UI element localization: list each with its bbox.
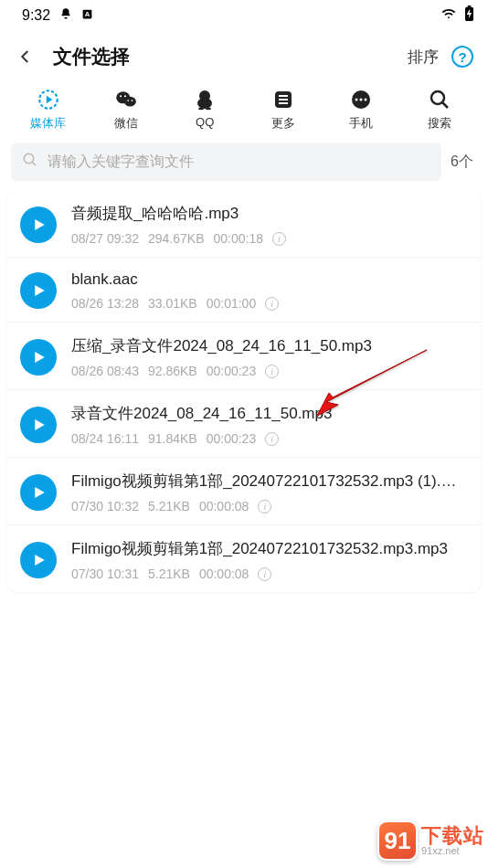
watermark-title: 下载站 — [421, 826, 484, 846]
tab-qq[interactable]: QQ — [173, 88, 237, 132]
status-bar: 9:32 A — [0, 0, 488, 31]
svg-point-6 — [124, 97, 136, 107]
svg-rect-18 — [279, 102, 288, 104]
search-placeholder: 请输入关键字查询文件 — [48, 153, 194, 172]
file-meta: 08/26 13:28 33.01KB 00:01:00 i — [71, 296, 468, 311]
svg-point-20 — [355, 99, 358, 101]
file-meta: 08/26 08:43 92.86KB 00:00:23 i — [71, 364, 468, 378]
more-icon — [271, 88, 295, 111]
notification-app-icon: A — [81, 7, 93, 24]
svg-rect-17 — [279, 99, 288, 101]
play-button[interactable] — [20, 339, 57, 376]
file-row[interactable]: Filmigo视频剪辑第1部_20240722101732532.mp3.mp3… — [7, 525, 481, 592]
info-icon[interactable]: i — [265, 365, 279, 378]
svg-point-14 — [206, 108, 211, 110]
tab-label: 搜索 — [428, 115, 451, 132]
tab-label: QQ — [196, 115, 214, 129]
play-button[interactable] — [20, 542, 57, 578]
file-name: 录音文件2024_08_24_16_11_50.mp3 — [71, 403, 468, 424]
file-name: 音频提取_哈哈哈哈.mp3 — [71, 203, 468, 224]
tab-label: 更多 — [271, 115, 295, 132]
file-name: Filmigo视频剪辑第1部_20240722101732532.mp3 (1)… — [71, 471, 468, 492]
file-meta: 08/24 16:11 91.84KB 00:00:23 i — [71, 431, 468, 446]
tab-label: 媒体库 — [30, 115, 66, 132]
tab-label: 微信 — [114, 115, 138, 132]
tab-label: 手机 — [349, 115, 373, 132]
sort-button[interactable]: 排序 — [408, 47, 439, 68]
search-row: 请输入关键字查询文件 6个 — [0, 135, 488, 190]
play-button[interactable] — [20, 474, 57, 511]
media-library-icon — [37, 88, 60, 111]
source-tabs: 媒体库 微信 QQ 更多 手机 搜索 — [0, 82, 488, 135]
tab-phone[interactable]: 手机 — [329, 88, 393, 132]
search-icon — [428, 88, 451, 111]
file-meta: 07/30 10:31 5.21KB 00:00:08 i — [71, 566, 468, 581]
help-button[interactable]: ? — [451, 46, 473, 68]
file-count: 6个 — [451, 153, 477, 172]
tab-more[interactable]: 更多 — [251, 88, 315, 132]
svg-point-8 — [124, 95, 126, 97]
watermark: 91 下载站 91xz.net — [377, 820, 484, 861]
battery-icon — [463, 5, 475, 26]
file-name: blank.aac — [71, 270, 468, 289]
search-input[interactable]: 请输入关键字查询文件 — [11, 143, 441, 181]
svg-point-21 — [360, 99, 363, 101]
svg-point-23 — [431, 91, 444, 104]
svg-rect-16 — [279, 95, 288, 97]
file-meta: 08/27 09:32 294.67KB 00:00:18 i — [71, 231, 468, 246]
watermark-badge: 91 — [377, 820, 418, 861]
info-icon[interactable]: i — [272, 232, 286, 246]
svg-point-13 — [198, 108, 204, 110]
svg-point-12 — [197, 98, 212, 109]
tab-wechat[interactable]: 微信 — [94, 88, 158, 132]
file-row[interactable]: Filmigo视频剪辑第1部_20240722101732532.mp3 (1)… — [7, 458, 481, 525]
svg-point-7 — [120, 95, 122, 97]
play-button[interactable] — [20, 272, 57, 309]
file-row[interactable]: 录音文件2024_08_24_16_11_50.mp3 08/24 16:11 … — [7, 390, 481, 458]
svg-text:A: A — [85, 10, 90, 18]
file-row[interactable]: blank.aac 08/26 13:28 33.01KB 00:01:00 i — [7, 258, 481, 323]
svg-point-9 — [128, 100, 130, 101]
info-icon[interactable]: i — [265, 297, 279, 311]
tab-media[interactable]: 媒体库 — [16, 88, 80, 132]
file-row[interactable]: 音频提取_哈哈哈哈.mp3 08/27 09:32 294.67KB 00:00… — [7, 190, 481, 258]
svg-point-24 — [24, 153, 34, 164]
info-icon[interactable]: i — [258, 500, 271, 513]
tab-search[interactable]: 搜索 — [408, 88, 472, 132]
phone-icon — [349, 88, 373, 111]
wifi-icon — [440, 6, 458, 25]
wechat-icon — [114, 88, 138, 111]
notification-bell-icon — [59, 7, 72, 24]
file-name: Filmigo视频剪辑第1部_20240722101732532.mp3.mp3 — [71, 538, 468, 559]
page-title: 文件选择 — [53, 44, 130, 69]
play-button[interactable] — [20, 407, 57, 443]
file-row[interactable]: 压缩_录音文件2024_08_24_16_11_50.mp3 08/26 08:… — [7, 323, 481, 390]
app-header: 文件选择 排序 ? — [0, 31, 488, 82]
watermark-url: 91xz.net — [421, 846, 484, 856]
play-button[interactable] — [20, 206, 57, 243]
status-time: 9:32 — [22, 7, 50, 24]
qq-icon — [193, 88, 217, 111]
svg-point-22 — [365, 99, 367, 101]
info-icon[interactable]: i — [265, 432, 279, 446]
file-meta: 07/30 10:32 5.21KB 00:00:08 i — [71, 499, 468, 513]
file-name: 压缩_录音文件2024_08_24_16_11_50.mp3 — [71, 335, 468, 356]
back-button[interactable] — [15, 46, 37, 68]
svg-rect-3 — [468, 5, 472, 7]
search-icon — [22, 152, 38, 172]
info-icon[interactable]: i — [258, 567, 271, 581]
svg-point-10 — [132, 100, 133, 101]
file-list: 音频提取_哈哈哈哈.mp3 08/27 09:32 294.67KB 00:00… — [7, 190, 481, 592]
